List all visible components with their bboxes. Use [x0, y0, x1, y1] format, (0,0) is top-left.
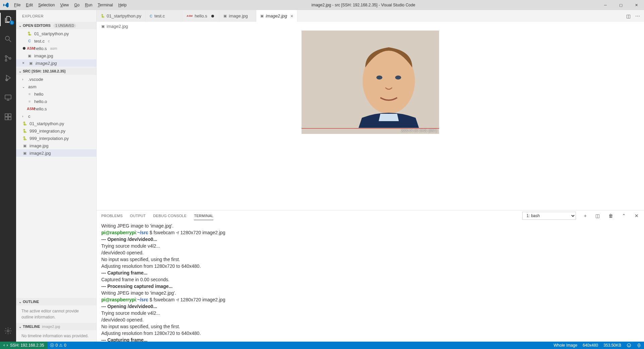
editor-tab[interactable]: Ctest.c — [146, 10, 182, 22]
menu-go[interactable]: Go — [72, 1, 82, 9]
maximize-button[interactable]: ▢ — [613, 0, 629, 10]
editor-tab[interactable]: ▣image2.jpg× — [256, 10, 298, 22]
open-editor-item[interactable]: ×▣image2.jpg — [16, 59, 96, 67]
folder-item[interactable]: ›.vscode — [16, 76, 96, 83]
terminal-line: --- Opening /dev/video0... — [101, 303, 639, 310]
explorer-icon[interactable]: 1 — [0, 13, 16, 26]
folder-item[interactable]: ›c — [16, 112, 96, 120]
svg-point-0 — [5, 36, 9, 40]
panel-close-icon[interactable]: ✕ — [634, 213, 639, 218]
close-icon[interactable]: × — [290, 13, 293, 19]
menu-view[interactable]: View — [58, 1, 71, 9]
terminal-selector[interactable]: 1: bash — [522, 212, 576, 220]
editor-tab[interactable]: ASMhello.s — [182, 10, 219, 22]
minimize-button[interactable]: ─ — [598, 0, 613, 10]
panel-tab-terminal[interactable]: TERMINAL — [194, 212, 213, 220]
workspace-header[interactable]: ⌄ SRC [SSH: 192.168.2.35] — [16, 67, 96, 75]
menu-bar: FileEditSelectionViewGoRunTerminalHelp — [12, 1, 129, 9]
terminal-line: Trying source module v4l2... — [101, 310, 639, 316]
menu-file[interactable]: File — [12, 1, 23, 9]
folder-item[interactable]: ⌄asm — [16, 83, 96, 90]
source-control-icon[interactable] — [0, 52, 16, 65]
file-item[interactable]: ▣image2.jpg — [16, 149, 96, 157]
status-image-size[interactable]: 353.50KB — [601, 343, 624, 348]
file-item[interactable]: ≡hello — [16, 90, 96, 98]
menu-help[interactable]: Help — [116, 1, 129, 9]
panel-tab-debug-console[interactable]: DEBUG CONSOLE — [153, 212, 187, 220]
file-item[interactable]: 🐍999_interpolation.py — [16, 135, 96, 142]
chevron-icon: ⌄ — [22, 85, 26, 89]
open-editor-item[interactable]: ASMhello.sasm — [16, 45, 96, 52]
file-item[interactable]: ▣image.jpg — [16, 142, 96, 149]
image-file-icon: ▣ — [27, 54, 32, 58]
chevron-down-icon: ⌄ — [17, 24, 23, 28]
status-image-mode[interactable]: Whole Image — [551, 343, 580, 348]
split-editor-icon[interactable]: ◫ — [626, 13, 631, 19]
open-editor-item[interactable]: ▣image.jpg — [16, 52, 96, 59]
open-editor-item[interactable]: 🐍01_startpython.py — [16, 30, 96, 37]
open-editor-item[interactable]: Ctest.cc — [16, 37, 96, 45]
breadcrumb[interactable]: ▣ image2.jpg — [97, 22, 644, 31]
c-file-icon: C — [150, 14, 152, 18]
image-file-icon: ▣ — [101, 24, 105, 29]
new-terminal-icon[interactable]: + — [583, 213, 587, 218]
terminal-line: pi@raspberrypi:~/src $ fswebcam -r 1280x… — [101, 229, 639, 236]
modified-dot-icon — [211, 15, 214, 17]
python-file-icon: 🐍 — [22, 129, 28, 133]
menu-edit[interactable]: Edit — [23, 1, 35, 9]
vscode-logo-icon — [0, 2, 12, 8]
svg-rect-7 — [5, 117, 8, 120]
open-editors-header[interactable]: ⌄ OPEN EDITORS 1 UNSAVED — [16, 22, 96, 29]
feedback-icon[interactable] — [624, 343, 634, 348]
file-item[interactable]: ≡hello.o — [16, 98, 96, 105]
modified-dot-icon — [23, 47, 25, 50]
panel-tab-output[interactable]: OUTPUT — [130, 212, 146, 220]
panel-maximize-icon[interactable]: ⌃ — [621, 213, 627, 218]
timeline-header[interactable]: ⌄ TIMELINE image2.jpg — [16, 323, 96, 330]
status-problems[interactable]: ⓧ0 ⚠0 — [47, 343, 69, 348]
sidebar: EXPLORER ⌄ OPEN EDITORS 1 UNSAVED 🐍01_st… — [16, 10, 97, 342]
extensions-icon[interactable] — [0, 110, 16, 123]
file-item[interactable]: 🐍999_integration.py — [16, 127, 96, 135]
panel-tab-problems[interactable]: PROBLEMS — [101, 212, 123, 220]
bottom-panel: PROBLEMSOUTPUTDEBUG CONSOLETERMINAL1: ba… — [97, 210, 644, 342]
kill-terminal-icon[interactable]: 🗑 — [608, 213, 614, 218]
status-image-dims[interactable]: 640x480 — [580, 343, 601, 348]
remote-explorer-icon[interactable] — [0, 91, 16, 104]
editor-tab[interactable]: ▣image.jpg — [219, 10, 256, 22]
outline-header[interactable]: ⌄ OUTLINE — [16, 298, 96, 305]
warning-icon: ⚠ — [59, 343, 63, 348]
editor-tab[interactable]: 🐍01_startpython.py — [97, 10, 146, 22]
image-file-icon: ▣ — [223, 14, 227, 18]
activity-bar: 1 — [0, 10, 16, 342]
editor-area: 🐍01_startpython.pyCtest.cASMhello.s▣imag… — [97, 10, 644, 342]
notifications-icon[interactable] — [634, 343, 644, 348]
search-icon[interactable] — [0, 32, 16, 46]
unsaved-badge: 1 UNSAVED — [53, 23, 76, 28]
file-tree: ›.vscode⌄asm≡hello≡hello.oASMhello.s›c🐍0… — [16, 75, 96, 298]
svg-rect-6 — [5, 114, 8, 116]
close-button[interactable]: ✕ — [629, 0, 644, 10]
image-preview[interactable]: 2020-04-30 19:01 (BST) — [97, 31, 644, 210]
svg-rect-9 — [8, 114, 11, 116]
debug-icon[interactable] — [0, 71, 16, 85]
window-controls: ─ ▢ ✕ — [598, 0, 644, 10]
terminal-line: /dev/video0 opened. — [101, 316, 639, 323]
menu-terminal[interactable]: Terminal — [95, 1, 115, 9]
remote-indicator[interactable]: SSH: 192.168.2.35 — [0, 342, 47, 349]
split-terminal-icon[interactable]: ◫ — [595, 213, 600, 218]
svg-point-12 — [376, 76, 382, 80]
file-item[interactable]: ASMhello.s — [16, 105, 96, 112]
terminal-line: Adjusting resolution from 1280x720 to 64… — [101, 330, 639, 337]
file-item[interactable]: 🐍01_startpython.py — [16, 120, 96, 127]
menu-selection[interactable]: Selection — [36, 1, 57, 9]
terminal-line: --- Processing captured image... — [101, 283, 639, 290]
window-title: image2.jpg - src [SSH: 192.168.2.35] - V… — [129, 3, 598, 7]
asm-file-icon: ASM — [186, 14, 193, 17]
terminal[interactable]: Writing JPEG image to 'image.jpg'.pi@ras… — [97, 221, 644, 342]
close-icon[interactable]: × — [22, 61, 26, 65]
more-icon[interactable]: ⋯ — [635, 13, 640, 19]
menu-run[interactable]: Run — [83, 1, 95, 9]
tree-label: c — [28, 114, 31, 119]
settings-gear-icon[interactable] — [0, 324, 16, 338]
